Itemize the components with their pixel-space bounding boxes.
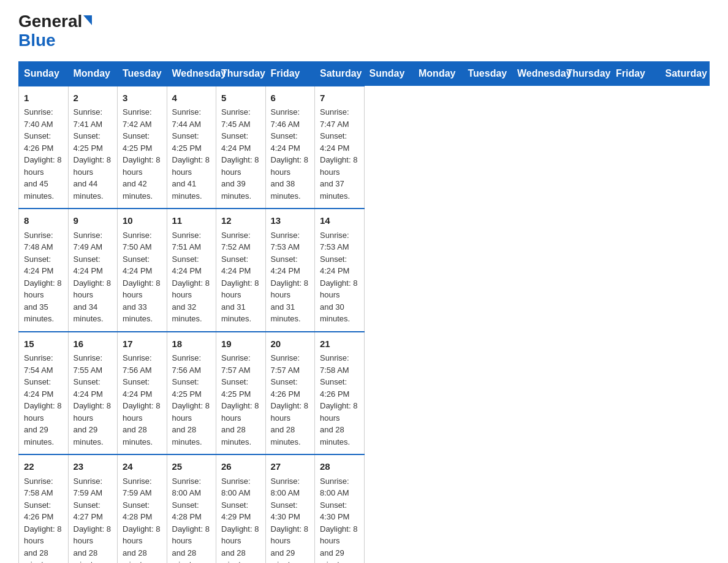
- day-sunrise: Sunrise: 7:42 AM: [123, 107, 152, 129]
- day-sunset: Sunset: 4:27 PM: [74, 500, 103, 522]
- day-sunset: Sunset: 4:24 PM: [24, 377, 53, 399]
- calendar-day: 26 Sunrise: 8:00 AM Sunset: 4:29 PM Dayl…: [216, 454, 266, 563]
- day-daylight: Daylight: 8 hoursand 45 minutes.: [24, 155, 61, 201]
- day-number: 14: [320, 214, 359, 228]
- calendar-day: 19 Sunrise: 7:57 AM Sunset: 4:25 PM Dayl…: [216, 332, 266, 455]
- page-header: GeneralBlue: [18, 12, 710, 50]
- day-sunset: Sunset: 4:25 PM: [221, 377, 251, 399]
- day-header-saturday: Saturday: [660, 61, 710, 86]
- day-sunrise: Sunrise: 7:57 AM: [221, 353, 251, 375]
- day-number: 12: [221, 214, 260, 228]
- calendar-day: 7 Sunrise: 7:47 AM Sunset: 4:24 PM Dayli…: [315, 86, 365, 209]
- day-sunset: Sunset: 4:25 PM: [172, 377, 202, 399]
- day-sunrise: Sunrise: 7:56 AM: [172, 353, 202, 375]
- day-number: 10: [123, 214, 162, 228]
- day-number: 22: [24, 460, 63, 474]
- day-daylight: Daylight: 8 hoursand 41 minutes.: [172, 155, 210, 201]
- day-sunset: Sunset: 4:25 PM: [123, 131, 152, 153]
- day-sunset: Sunset: 4:24 PM: [271, 131, 300, 153]
- day-daylight: Daylight: 8 hoursand 32 minutes.: [172, 278, 210, 324]
- day-sunrise: Sunrise: 7:59 AM: [123, 477, 152, 498]
- day-sunset: Sunset: 4:24 PM: [271, 255, 300, 276]
- calendar-day: 1 Sunrise: 7:40 AM Sunset: 4:26 PM Dayli…: [19, 86, 69, 209]
- day-header-monday: Monday: [414, 61, 463, 86]
- day-number: 25: [172, 460, 211, 474]
- calendar-day: 14 Sunrise: 7:53 AM Sunset: 4:24 PM Dayl…: [315, 209, 365, 332]
- day-daylight: Daylight: 8 hoursand 28 minutes.: [24, 524, 61, 563]
- day-number: 6: [271, 91, 310, 105]
- calendar-week-row: 22 Sunrise: 7:58 AM Sunset: 4:26 PM Dayl…: [19, 454, 710, 563]
- day-sunset: Sunset: 4:28 PM: [172, 500, 202, 522]
- calendar-day: 25 Sunrise: 8:00 AM Sunset: 4:28 PM Dayl…: [167, 454, 216, 563]
- day-sunset: Sunset: 4:26 PM: [24, 131, 53, 153]
- day-sunset: Sunset: 4:24 PM: [320, 255, 349, 276]
- day-daylight: Daylight: 8 hoursand 28 minutes.: [172, 401, 210, 446]
- day-sunrise: Sunrise: 7:55 AM: [74, 353, 103, 375]
- day-number: 23: [74, 460, 113, 474]
- day-sunset: Sunset: 4:30 PM: [320, 500, 349, 522]
- day-sunrise: Sunrise: 7:56 AM: [123, 353, 152, 375]
- day-daylight: Daylight: 8 hoursand 28 minutes.: [271, 401, 308, 446]
- day-sunset: Sunset: 4:29 PM: [221, 500, 251, 522]
- calendar-day: 2 Sunrise: 7:41 AM Sunset: 4:25 PM Dayli…: [68, 86, 118, 209]
- calendar-day: 24 Sunrise: 7:59 AM Sunset: 4:28 PM Dayl…: [118, 454, 167, 563]
- calendar-day: 13 Sunrise: 7:53 AM Sunset: 4:24 PM Dayl…: [265, 209, 315, 332]
- logo-text: GeneralBlue: [18, 12, 92, 50]
- day-sunset: Sunset: 4:30 PM: [271, 500, 300, 522]
- day-sunrise: Sunrise: 7:52 AM: [221, 231, 251, 252]
- day-daylight: Daylight: 8 hoursand 39 minutes.: [221, 155, 259, 201]
- day-number: 9: [74, 214, 113, 228]
- day-sunrise: Sunrise: 7:46 AM: [271, 107, 300, 129]
- day-daylight: Daylight: 8 hoursand 33 minutes.: [123, 278, 160, 324]
- day-daylight: Daylight: 8 hoursand 28 minutes.: [221, 524, 259, 563]
- day-sunrise: Sunrise: 8:00 AM: [320, 477, 349, 498]
- day-sunrise: Sunrise: 7:45 AM: [221, 107, 251, 129]
- day-sunrise: Sunrise: 7:53 AM: [320, 231, 349, 252]
- day-daylight: Daylight: 8 hoursand 28 minutes.: [123, 401, 160, 446]
- day-sunset: Sunset: 4:26 PM: [320, 377, 349, 399]
- day-daylight: Daylight: 8 hoursand 30 minutes.: [320, 278, 357, 324]
- day-number: 16: [74, 337, 113, 351]
- day-sunset: Sunset: 4:24 PM: [320, 131, 349, 153]
- day-sunset: Sunset: 4:28 PM: [123, 500, 152, 522]
- day-number: 5: [221, 91, 260, 105]
- calendar-table: SundayMondayTuesdayWednesdayThursdayFrid…: [18, 61, 710, 563]
- day-daylight: Daylight: 8 hoursand 28 minutes.: [123, 524, 160, 563]
- day-sunset: Sunset: 4:24 PM: [74, 377, 103, 399]
- calendar-day: 6 Sunrise: 7:46 AM Sunset: 4:24 PM Dayli…: [265, 86, 315, 209]
- day-number: 20: [271, 337, 310, 351]
- logo-arrow-icon: [83, 15, 92, 25]
- day-header-monday: Monday: [68, 61, 118, 86]
- day-number: 15: [24, 337, 63, 351]
- day-daylight: Daylight: 8 hoursand 37 minutes.: [320, 155, 357, 201]
- calendar-day: 22 Sunrise: 7:58 AM Sunset: 4:26 PM Dayl…: [19, 454, 69, 563]
- calendar-day: 18 Sunrise: 7:56 AM Sunset: 4:25 PM Dayl…: [167, 332, 216, 455]
- calendar-day: 12 Sunrise: 7:52 AM Sunset: 4:24 PM Dayl…: [216, 209, 266, 332]
- day-sunset: Sunset: 4:25 PM: [74, 131, 103, 153]
- day-number: 24: [123, 460, 162, 474]
- day-sunrise: Sunrise: 7:58 AM: [320, 353, 349, 375]
- day-sunrise: Sunrise: 7:50 AM: [123, 231, 152, 252]
- calendar-day: 11 Sunrise: 7:51 AM Sunset: 4:24 PM Dayl…: [167, 209, 216, 332]
- day-header-sunday: Sunday: [364, 61, 414, 86]
- calendar-day: 4 Sunrise: 7:44 AM Sunset: 4:25 PM Dayli…: [167, 86, 216, 209]
- day-header-sunday: Sunday: [19, 61, 69, 86]
- day-number: 17: [123, 337, 162, 351]
- day-sunset: Sunset: 4:24 PM: [221, 255, 251, 276]
- calendar-day: 23 Sunrise: 7:59 AM Sunset: 4:27 PM Dayl…: [68, 454, 118, 563]
- day-daylight: Daylight: 8 hoursand 29 minutes.: [74, 401, 111, 446]
- calendar-day: 28 Sunrise: 8:00 AM Sunset: 4:30 PM Dayl…: [315, 454, 365, 563]
- logo-blue-text: Blue: [18, 31, 56, 50]
- day-sunrise: Sunrise: 7:54 AM: [24, 353, 53, 375]
- day-daylight: Daylight: 8 hoursand 31 minutes.: [221, 278, 259, 324]
- day-sunrise: Sunrise: 7:58 AM: [24, 477, 53, 498]
- day-sunrise: Sunrise: 7:59 AM: [74, 477, 103, 498]
- day-sunset: Sunset: 4:26 PM: [24, 500, 53, 522]
- day-sunrise: Sunrise: 8:00 AM: [172, 477, 202, 498]
- day-sunset: Sunset: 4:24 PM: [24, 255, 53, 276]
- day-number: 13: [271, 214, 310, 228]
- day-sunset: Sunset: 4:26 PM: [271, 377, 300, 399]
- day-number: 2: [74, 91, 113, 105]
- day-number: 26: [221, 460, 260, 474]
- day-header-tuesday: Tuesday: [463, 61, 512, 86]
